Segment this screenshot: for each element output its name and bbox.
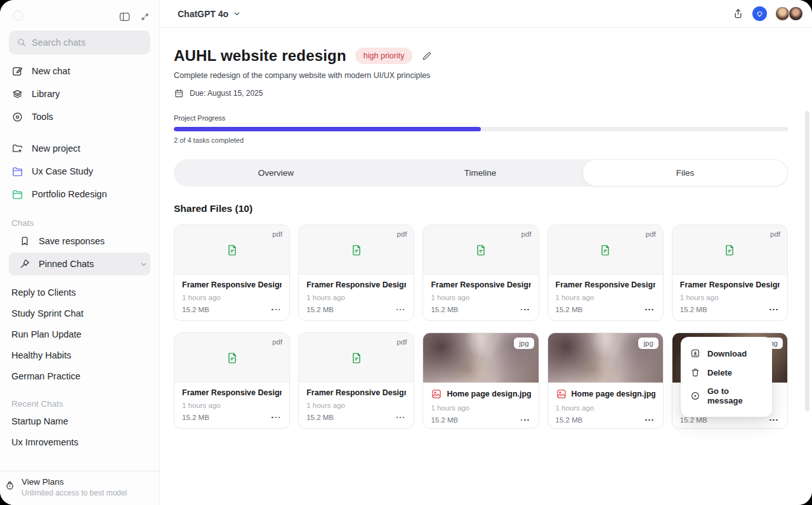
chat-link[interactable]: Study Sprint Chat xyxy=(9,303,150,324)
file-menu-button[interactable] xyxy=(519,307,531,313)
edit-icon[interactable] xyxy=(421,51,432,62)
sidebar-item-save-responses[interactable]: Save responses xyxy=(9,230,150,253)
scrollbar-thumb[interactable] xyxy=(805,111,809,411)
file-size: 15.2 MB xyxy=(680,306,707,313)
sidebar-item-portfolio-redesign[interactable]: Portfolio Redesign xyxy=(9,183,150,206)
chat-link-label: Startup Name xyxy=(11,414,68,428)
file-size: 15.2 MB xyxy=(680,416,707,424)
collaborator-avatars xyxy=(775,6,803,21)
main-panel: ChatGPT 4o AUHL website re xyxy=(160,0,812,505)
tab-overview[interactable]: Overview xyxy=(174,159,378,187)
sidebar-item-new-chat[interactable]: New chat xyxy=(9,60,150,82)
image-file-icon xyxy=(556,388,567,400)
menu-item-label: Download xyxy=(707,349,747,358)
file-menu-button[interactable] xyxy=(270,307,282,313)
file-type-badge: pdf xyxy=(396,230,407,238)
file-card[interactable]: jpg Home page design.jpg 1 hours ago 15.… xyxy=(547,332,664,429)
file-menu-button[interactable] xyxy=(395,307,407,313)
progress-bar xyxy=(174,127,788,131)
chat-link[interactable]: Reply to Clients xyxy=(9,282,150,303)
folder-icon xyxy=(11,188,23,200)
avatar[interactable] xyxy=(789,6,803,21)
sidebar-item-tools[interactable]: Tools xyxy=(9,105,150,128)
file-card[interactable]: pdf Framer Responsive Design... 1 hours … xyxy=(298,225,414,321)
file-card[interactable]: jpg Home page design.jpg 1 hours ago 15.… xyxy=(422,332,539,429)
sidebar-item-new-project[interactable]: New project xyxy=(9,137,150,160)
pdf-file-icon xyxy=(225,243,239,257)
pdf-file-icon xyxy=(723,243,737,257)
view-plans-button[interactable]: View Plans Unlimited access to best mode… xyxy=(0,471,159,505)
sidebar-toggle-icon[interactable] xyxy=(119,11,131,23)
tab-files[interactable]: Files xyxy=(582,159,788,187)
file-title: Framer Responsive Design... xyxy=(556,280,655,289)
file-card[interactable]: pdf Framer Responsive Design... 1 hours … xyxy=(547,225,664,321)
expand-icon[interactable] xyxy=(140,11,150,22)
file-type-badge: jpg xyxy=(514,338,534,349)
sidebar-item-ux-case-study[interactable]: Ux Case Study xyxy=(9,160,150,183)
file-title: Home page design.jpg xyxy=(572,390,655,398)
file-preview: pdf xyxy=(299,225,414,275)
file-menu-button[interactable] xyxy=(768,307,780,313)
file-title: Framer Responsive Design... xyxy=(431,280,530,289)
progress-label: Project Progress xyxy=(174,114,788,122)
tab-label: Files xyxy=(676,168,695,178)
avatar[interactable] xyxy=(775,6,790,21)
file-menu-button[interactable] xyxy=(519,417,531,423)
recent-chats-section-label: Recent Chats xyxy=(9,397,150,410)
file-card[interactable]: pdf Framer Responsive Design... 1 hours … xyxy=(422,225,539,321)
search-icon xyxy=(16,37,27,48)
search-chats[interactable] xyxy=(9,30,150,55)
sidebar-item-label: New project xyxy=(32,143,81,154)
file-context-menu: Download Delete Go to message xyxy=(681,337,772,417)
menu-item-go-to-message[interactable]: Go to message xyxy=(681,382,772,410)
chat-link[interactable]: Ux Imrovements xyxy=(9,431,150,452)
sidebar-item-label: Save responses xyxy=(39,236,105,246)
bookmark-icon xyxy=(19,235,30,247)
chat-link[interactable]: Run Plan Update xyxy=(9,324,150,344)
chat-link[interactable]: German Practice xyxy=(9,365,150,386)
model-selector[interactable]: ChatGPT 4o xyxy=(178,9,241,19)
file-title: Framer Responsive Design... xyxy=(182,280,282,289)
search-input[interactable] xyxy=(32,37,143,48)
menu-item-label: Go to message xyxy=(707,386,763,405)
file-card[interactable]: pdf Framer Responsive Design... 1 hours … xyxy=(174,225,290,321)
file-card[interactable]: pdf Framer Responsive Design... 1 hours … xyxy=(174,332,290,429)
file-type-badge: pdf xyxy=(272,338,282,346)
chat-link[interactable]: Healthy Habits xyxy=(9,344,150,365)
priority-badge: high priority xyxy=(355,48,413,64)
shared-files-heading: Shared Files (10) xyxy=(174,203,788,214)
sidebar-item-library[interactable]: Library xyxy=(9,82,150,105)
file-type-badge: jpg xyxy=(638,338,658,349)
topbar: ChatGPT 4o xyxy=(160,0,812,28)
file-menu-button[interactable] xyxy=(768,417,780,423)
file-time: 1 hours ago xyxy=(182,294,282,301)
file-menu-button[interactable] xyxy=(270,415,282,421)
pdf-file-icon xyxy=(598,243,612,257)
tab-label: Overview xyxy=(258,168,294,178)
file-time: 1 hours ago xyxy=(556,404,655,412)
file-time: 1 hours ago xyxy=(680,294,780,301)
file-preview: pdf xyxy=(174,225,289,275)
chat-link-label: Reply to Clients xyxy=(11,285,76,299)
file-title: Home page design.jpg xyxy=(447,390,530,398)
trash-icon xyxy=(690,367,700,377)
file-size: 15.2 MB xyxy=(431,416,458,424)
file-card[interactable]: pdf Framer Responsive Design... 1 hours … xyxy=(298,332,414,429)
chevron-down-icon xyxy=(140,260,148,268)
view-plans-title: View Plans xyxy=(22,477,127,487)
menu-item-download[interactable]: Download xyxy=(681,344,772,363)
menu-item-delete[interactable]: Delete xyxy=(681,363,772,382)
file-menu-button[interactable] xyxy=(643,307,655,313)
folder-plus-icon xyxy=(11,143,23,155)
share-icon[interactable] xyxy=(732,8,744,20)
file-menu-button[interactable] xyxy=(395,415,407,421)
file-card[interactable]: pdf Framer Responsive Design... 1 hours … xyxy=(672,225,788,321)
pdf-file-icon xyxy=(474,243,488,257)
download-icon xyxy=(690,348,700,358)
chat-link-label: Ux Imrovements xyxy=(11,435,79,449)
file-menu-button[interactable] xyxy=(643,417,655,423)
tab-timeline[interactable]: Timeline xyxy=(378,159,582,187)
sidebar-item-pinned-chats[interactable]: Pinned Chats xyxy=(9,253,150,275)
gem-badge-icon[interactable] xyxy=(752,6,767,21)
chat-link[interactable]: Startup Name xyxy=(9,410,150,431)
